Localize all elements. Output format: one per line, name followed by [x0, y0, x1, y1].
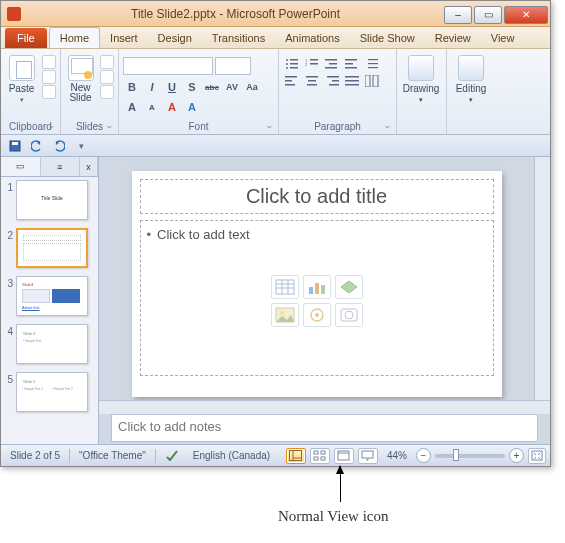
insert-smartart-icon[interactable]: [335, 275, 363, 299]
columns-button[interactable]: [363, 74, 381, 88]
clear-format-button[interactable]: A: [183, 99, 201, 115]
slideshow-view-button[interactable]: [358, 448, 378, 464]
italic-button[interactable]: I: [143, 79, 161, 95]
group-font: B I U S abc AV Aa A A A A Font: [119, 49, 279, 134]
zoom-out-button[interactable]: −: [416, 448, 431, 463]
fit-to-window-button[interactable]: [528, 448, 546, 464]
redo-button[interactable]: [49, 137, 69, 155]
content-placeholder[interactable]: Click to add text: [140, 220, 494, 376]
save-button[interactable]: [5, 137, 25, 155]
thumb-row[interactable]: 4 Slide 4• Sample Text: [3, 324, 96, 364]
thumb-row[interactable]: 5 Slide 5• Sample Text 1• Sample Text 2: [3, 372, 96, 412]
align-left-button[interactable]: [283, 74, 301, 88]
insert-table-icon[interactable]: [271, 275, 299, 299]
panel-close-button[interactable]: x: [80, 157, 98, 176]
bold-button[interactable]: B: [123, 79, 141, 95]
tab-home[interactable]: Home: [49, 27, 100, 48]
tab-slideshow[interactable]: Slide Show: [350, 28, 425, 48]
underline-button[interactable]: U: [163, 79, 181, 95]
smartart-button[interactable]: [323, 91, 341, 105]
slide-thumbnail[interactable]: Slide 4• Sample Text: [16, 324, 88, 364]
insert-picture-icon[interactable]: [271, 303, 299, 327]
reset-icon[interactable]: [100, 70, 114, 84]
section-icon[interactable]: [100, 85, 114, 99]
bullets-button[interactable]: [283, 57, 301, 71]
slide-thumbnail[interactable]: Title Slide: [16, 180, 88, 220]
align-right-button[interactable]: [323, 74, 341, 88]
drawing-button[interactable]: Drawing▾: [401, 55, 441, 104]
svg-rect-56: [338, 451, 349, 460]
panel-tab-outline[interactable]: ≡: [41, 157, 81, 176]
tab-transitions[interactable]: Transitions: [202, 28, 275, 48]
numbering-button[interactable]: 12: [303, 57, 321, 71]
thumb-row[interactable]: 1 Title Slide: [3, 180, 96, 220]
vertical-scrollbar[interactable]: [534, 157, 550, 400]
slide-canvas[interactable]: Click to add title Click to add text: [99, 157, 534, 400]
horizontal-scrollbar[interactable]: [99, 400, 550, 414]
zoom-in-button[interactable]: +: [509, 448, 524, 463]
text-direction-button[interactable]: [283, 91, 301, 105]
svg-rect-35: [276, 280, 294, 294]
slide-sorter-view-button[interactable]: [310, 448, 330, 464]
quick-access-toolbar: ▾: [1, 135, 550, 157]
font-color-button[interactable]: A: [163, 99, 181, 115]
line-spacing-button[interactable]: [363, 57, 381, 71]
panel-tab-slides[interactable]: ▭: [1, 157, 41, 176]
drawing-label: Drawing: [403, 83, 440, 94]
svg-rect-26: [332, 80, 339, 82]
window-title: Title Slide2.pptx - Microsoft PowerPoint: [27, 7, 444, 21]
qat-customize-button[interactable]: ▾: [71, 137, 91, 155]
title-placeholder[interactable]: Click to add title: [140, 179, 494, 214]
new-slide-button[interactable]: New Slide: [65, 55, 96, 103]
font-size-combo[interactable]: [215, 57, 251, 75]
decrease-indent-button[interactable]: [323, 57, 341, 71]
zoom-slider-handle[interactable]: [453, 449, 459, 461]
tab-review[interactable]: Review: [425, 28, 481, 48]
tab-design[interactable]: Design: [148, 28, 202, 48]
minimize-button[interactable]: –: [444, 6, 472, 24]
status-language[interactable]: English (Canada): [188, 449, 275, 462]
cut-icon[interactable]: [42, 55, 56, 69]
layout-icon[interactable]: [100, 55, 114, 69]
align-center-button[interactable]: [303, 74, 321, 88]
align-text-button[interactable]: [303, 91, 321, 105]
tab-insert[interactable]: Insert: [100, 28, 148, 48]
grow-font-button[interactable]: A: [123, 99, 141, 115]
slide-thumbnail[interactable]: Slide3About link: [16, 276, 88, 316]
reading-view-button[interactable]: [334, 448, 354, 464]
paste-button[interactable]: Paste ▾: [5, 55, 38, 104]
copy-icon[interactable]: [42, 70, 56, 84]
svg-rect-7: [310, 59, 318, 61]
close-button[interactable]: ✕: [504, 6, 548, 24]
tab-animations[interactable]: Animations: [275, 28, 349, 48]
maximize-button[interactable]: ▭: [474, 6, 502, 24]
insert-clipart-icon[interactable]: [303, 303, 331, 327]
insert-media-icon[interactable]: [335, 303, 363, 327]
normal-view-button[interactable]: [286, 448, 306, 464]
editing-button[interactable]: Editing▾: [451, 55, 491, 104]
shadow-button[interactable]: S: [183, 79, 201, 95]
notes-pane[interactable]: Click to add notes: [111, 414, 538, 442]
shrink-font-button[interactable]: A: [143, 99, 161, 115]
insert-chart-icon[interactable]: [303, 275, 331, 299]
spellcheck-button[interactable]: [160, 448, 184, 464]
zoom-slider[interactable]: [435, 454, 505, 458]
thumb-row[interactable]: 2: [3, 228, 96, 268]
strikethrough-button[interactable]: abc: [203, 79, 221, 95]
zoom-level[interactable]: 44%: [382, 449, 412, 462]
char-spacing-button[interactable]: AV: [223, 79, 241, 95]
justify-button[interactable]: [343, 74, 361, 88]
undo-button[interactable]: [27, 137, 47, 155]
slide-thumbnail[interactable]: Slide 5• Sample Text 1• Sample Text 2: [16, 372, 88, 412]
svg-rect-42: [321, 285, 325, 294]
tab-view[interactable]: View: [481, 28, 525, 48]
font-family-combo[interactable]: [123, 57, 213, 75]
status-slide-number: Slide 2 of 5: [5, 449, 65, 462]
slide-thumbnail-selected[interactable]: [16, 228, 88, 268]
increase-indent-button[interactable]: [343, 57, 361, 71]
format-painter-icon[interactable]: [42, 85, 56, 99]
file-tab[interactable]: File: [5, 28, 47, 48]
thumb-row[interactable]: 3 Slide3About link: [3, 276, 96, 316]
change-case-button[interactable]: Aa: [243, 79, 261, 95]
drawing-icon: [408, 55, 434, 81]
